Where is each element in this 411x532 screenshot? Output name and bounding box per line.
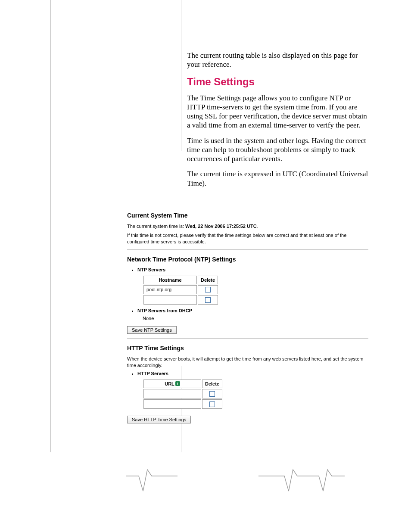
- http-col-delete: Delete: [202, 380, 222, 388]
- save-http-time-settings-button[interactable]: Save HTTP Time Settings: [127, 416, 191, 423]
- http-delete-checkbox[interactable]: [209, 401, 215, 407]
- table-row: [143, 295, 218, 305]
- ntp-servers-table: Hostname Delete: [143, 275, 219, 305]
- http-servers-label: HTTP Servers: [137, 371, 368, 376]
- time-settings-para-3: The current time is expressed in UTC (Co…: [187, 169, 370, 188]
- torn-edge-icon: [126, 467, 177, 493]
- http-col-url-text: URL: [165, 381, 174, 386]
- http-time-note: When the device server boots, it will at…: [127, 356, 368, 369]
- ntp-settings-heading: Network Time Protocol (NTP) Settings: [127, 256, 368, 263]
- ntp-dhcp-label: NTP Servers from DHCP: [137, 308, 368, 313]
- ntp-delete-checkbox[interactable]: [205, 287, 211, 292]
- table-row: [143, 285, 218, 295]
- time-settings-para-2: Time is used in the system and other log…: [187, 136, 370, 164]
- table-header-row: URLi Delete: [143, 380, 222, 388]
- current-time-suffix: .: [257, 224, 258, 229]
- divider: [127, 338, 368, 339]
- current-time-note: If this time is not correct, please veri…: [127, 232, 368, 245]
- section-heading-time-settings: Time Settings: [187, 75, 370, 88]
- http-delete-checkbox[interactable]: [209, 391, 215, 397]
- table-header-row: Hostname Delete: [143, 276, 218, 284]
- sidebar-rule: [50, 0, 51, 452]
- routing-note: The current routing table is also displa…: [187, 51, 370, 69]
- time-settings-para-1: The Time Settings page allows you to con…: [187, 93, 370, 130]
- ntp-col-delete: Delete: [198, 276, 218, 284]
- http-url-input[interactable]: [146, 401, 198, 407]
- current-time-value: Wed, 22 Nov 2006 17:25:52 UTC: [185, 224, 256, 229]
- ntp-dhcp-value: None: [143, 316, 368, 321]
- ntp-hostname-input[interactable]: [146, 297, 191, 302]
- http-servers-table: URLi Delete: [143, 379, 223, 409]
- info-icon[interactable]: i: [175, 381, 180, 386]
- ntp-hostname-input[interactable]: [146, 287, 191, 292]
- column-divider-top: [181, 0, 181, 151]
- divider: [127, 249, 368, 250]
- table-row: [143, 389, 222, 398]
- table-row: [143, 399, 222, 409]
- current-system-time-line: The current system time is: Wed, 22 Nov …: [127, 223, 368, 230]
- current-system-time-heading: Current System Time: [127, 212, 368, 219]
- ntp-col-hostname: Hostname: [143, 276, 197, 284]
- ntp-delete-checkbox[interactable]: [205, 297, 211, 303]
- ntp-servers-label: NTP Servers: [137, 267, 368, 272]
- http-col-url: URLi: [143, 380, 201, 388]
- torn-edge-icon: [258, 467, 345, 493]
- http-time-settings-heading: HTTP Time Settings: [127, 345, 368, 352]
- save-ntp-settings-button[interactable]: Save NTP Settings: [127, 326, 177, 334]
- current-time-prefix: The current system time is:: [127, 224, 185, 229]
- http-url-input[interactable]: [146, 391, 198, 396]
